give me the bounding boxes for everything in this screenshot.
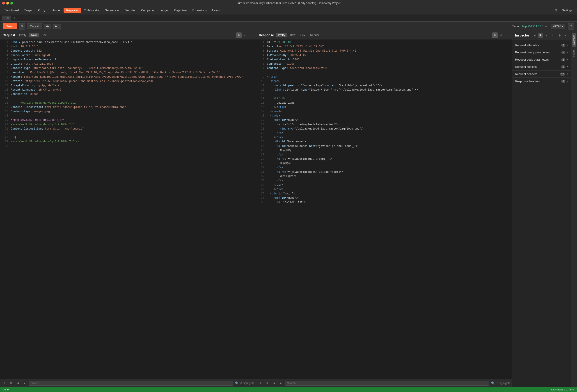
settings-gear-icon[interactable]: ⚙ (19, 23, 25, 30)
help-icon[interactable]: ? (568, 23, 574, 30)
chevron-down-rh-icon: ▾ (567, 72, 568, 75)
response-menu-icon[interactable]: ≡ (504, 33, 509, 38)
close-button[interactable] (2, 2, 5, 4)
side-tab-notes[interactable]: Notes (572, 48, 576, 59)
response-line-15: 15 upload-labs (256, 101, 512, 105)
response-tab-pretty[interactable]: Pretty (276, 33, 287, 37)
inspector-section-response-headers-header[interactable]: Response headers 6 ▾ (512, 78, 571, 85)
tab-1-close[interactable]: ✕ (7, 17, 9, 19)
request-panel-title: Request (3, 33, 15, 37)
inspector-body: Request attributes 2 ▾ Request query par… (512, 40, 571, 387)
inspector-tab-align[interactable]: ≡ (544, 33, 549, 38)
response-tab-raw[interactable]: Raw (288, 33, 298, 37)
target-url[interactable]: http://10.211.55.5 (522, 25, 543, 28)
main-nav: Dashboard Target Proxy Intruder Repeater… (0, 6, 577, 14)
request-footer-settings-icon[interactable]: ⚙ (8, 381, 13, 386)
http-version-select[interactable]: HTTP/1 ▾ (551, 24, 565, 29)
request-line-7: 7Content-Type: multipart/form-data; boun… (0, 66, 256, 70)
nav-item-dashboard[interactable]: Dashboard (2, 8, 22, 13)
status-info: 6,204 bytes | 10 millis (550, 388, 574, 391)
inspector-section-request-query-header[interactable]: Request query parameters 1 ▾ (512, 49, 571, 56)
request-line-2: 2Host: 10.211.55.5 (0, 45, 256, 49)
response-wrap-icon[interactable]: ↵ (498, 33, 504, 38)
inspector-tab-grid[interactable]: ⊞ (532, 33, 537, 38)
response-copy-icon[interactable]: ⧉ (492, 33, 498, 38)
response-line-21: 21 <img src="/upload/upload-labs-master/… (256, 127, 512, 131)
request-tab-hex[interactable]: Hex (39, 33, 49, 37)
nav-item-decoder[interactable]: Decoder (122, 8, 138, 13)
inspector-close-icon[interactable]: ✕ (563, 33, 568, 38)
request-wrap-icon[interactable]: ↵ (242, 33, 248, 38)
nav-item-intruder[interactable]: Intruder (48, 8, 64, 13)
request-footer-prev-icon[interactable]: ◀ (15, 381, 20, 386)
inspector-header: Inspector ⊞ ☰ ≡ ⇅ ⚙ ✕ (512, 31, 571, 40)
response-search-input[interactable] (285, 381, 490, 386)
request-code-area[interactable]: 1POST /upload/upload-labs-master/Pass-01… (0, 39, 256, 379)
request-footer-help-icon[interactable]: ? (2, 381, 7, 386)
request-menu-icon[interactable]: ≡ (248, 33, 253, 38)
nav-back-button[interactable]: ◀ ▾ (44, 24, 51, 29)
settings-icon[interactable]: ⚙ (554, 9, 557, 12)
response-tab-hex[interactable]: Hex (298, 33, 307, 37)
inspector-section-request-attributes: Request attributes 2 ▾ (512, 42, 571, 49)
inspector-section-request-cookies-header[interactable]: Request cookies 0 ▾ (512, 63, 571, 70)
nav-item-proxy[interactable]: Proxy (35, 8, 48, 13)
inspector-section-request-attributes-header[interactable]: Request attributes 2 ▾ (512, 42, 571, 49)
request-panel-header: Request Pretty Raw Hex ⧉ ↵ ≡ (0, 31, 256, 39)
inspector-section-request-body-header[interactable]: Request body parameters 2 ▾ (512, 56, 571, 63)
request-line-23: 23上传 (0, 135, 256, 140)
response-panel: Response Pretty Raw Hex Render ⧉ ↵ ≡ 1HT… (256, 31, 512, 387)
inspector-section-request-headers-header[interactable]: Request headers 12 ▾ (512, 70, 571, 77)
response-line-25: 25 <a id="handle_code" href="javascript:… (256, 144, 512, 148)
request-footer-next-icon[interactable]: ▶ (22, 381, 27, 386)
nav-item-repeater[interactable]: Repeater (64, 8, 81, 13)
settings-label[interactable]: Settings (559, 8, 575, 13)
response-line-12: 12 <link rel="icon" type="image/x-icon" … (256, 88, 512, 92)
nav-right: ⚙ Settings (554, 8, 575, 13)
nav-item-comparer[interactable]: Comparer (138, 8, 157, 13)
request-search-input[interactable] (29, 381, 233, 386)
edit-target-icon[interactable]: ✏ (545, 25, 547, 28)
inspector-section-request-cookies: Request cookies 0 ▾ (512, 63, 571, 70)
nav-item-sequencer[interactable]: Sequencer (102, 8, 122, 13)
request-tab-raw[interactable]: Raw (29, 33, 39, 37)
response-line-10: 10 <head> (256, 79, 512, 84)
response-line-16: 16 </title> (256, 105, 512, 109)
minimize-button[interactable] (6, 2, 9, 4)
request-line-6: 6Origin: http://10.211.55.5 (0, 62, 256, 66)
request-tab-pretty[interactable]: Pretty (17, 33, 28, 37)
inspector-tab-sort[interactable]: ⇅ (549, 33, 555, 38)
tab-add-button[interactable]: + (12, 16, 17, 21)
nav-item-extensions[interactable]: Extensions (190, 8, 210, 13)
response-footer-next-icon[interactable]: ▶ (278, 381, 283, 386)
nav-forward-button[interactable]: ▶ ▾ (53, 24, 61, 29)
request-line-21: 21Content-Disposition: form-data; name="… (0, 127, 256, 131)
cancel-button[interactable]: Cancel (27, 23, 42, 29)
response-tab-render[interactable]: Render (308, 33, 321, 37)
maximize-button[interactable] (10, 2, 13, 4)
response-line-32: 32 清空上传文件 (256, 174, 512, 179)
inspector-gear-icon[interactable]: ⚙ (557, 33, 562, 38)
side-tabs: Inspector Notes (571, 31, 577, 387)
chevron-down-rq-icon: ▾ (567, 51, 568, 54)
inspector-tab-list[interactable]: ☰ (538, 33, 543, 38)
response-footer-settings-icon[interactable]: ⚙ (265, 381, 270, 386)
response-footer-help-icon[interactable]: ? (258, 381, 263, 386)
side-tab-inspector[interactable]: Inspector (572, 33, 576, 47)
chevron-down-rb-icon: ▾ (567, 58, 568, 61)
request-copy-icon[interactable]: ⧉ (236, 33, 242, 38)
inspector-actions: ⚙ ✕ (557, 33, 568, 38)
response-line-20: 20 <a href="/upload/upload-labs-master/"… (256, 123, 512, 127)
response-code-area[interactable]: 1HTTP/1.1 200 OK2Date: Tue, 17 Oct 2023 … (256, 39, 512, 379)
tab-1[interactable]: 1 ✕ (2, 16, 11, 21)
nav-item-learn[interactable]: Learn (209, 8, 222, 13)
nav-item-collaborator[interactable]: Collaborator (81, 8, 102, 13)
target-label: Target: (512, 25, 520, 28)
nav-item-target[interactable]: Target (22, 8, 35, 13)
nav-item-organizer[interactable]: Organizer (171, 8, 189, 13)
send-button[interactable]: Send (3, 23, 17, 29)
nav-item-logger[interactable]: Logger (157, 8, 171, 13)
response-line-1: 1HTTP/1.1 200 OK (256, 40, 512, 45)
response-footer-prev-icon[interactable]: ◀ (272, 381, 277, 386)
response-line-31: 31 <a href="javascript:clean_upload_file… (256, 170, 512, 174)
